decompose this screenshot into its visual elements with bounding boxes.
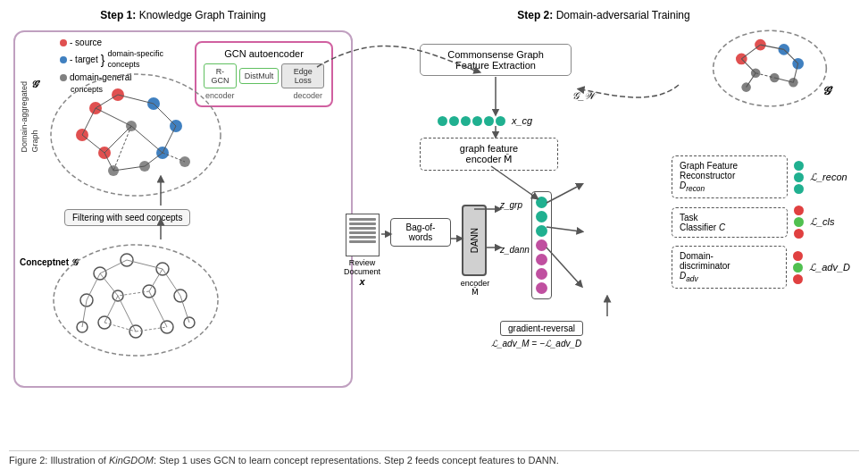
gprime-cloud-svg xyxy=(703,26,837,111)
legend-source-label: - source xyxy=(70,37,102,49)
xcg-dot-3 xyxy=(461,116,471,126)
p2-dot-2 xyxy=(794,217,804,227)
fvec-dot-7 xyxy=(536,282,547,294)
right-panels: Graph FeatureReconstructor Drecon ℒ_reco… xyxy=(672,155,850,289)
doc-label2: Document xyxy=(344,267,380,276)
gfe-box: graph feature encoder M̂ xyxy=(420,138,558,171)
panel1-subtitle: Drecon xyxy=(680,180,780,193)
svg-point-26 xyxy=(54,245,218,356)
panel2-dots xyxy=(794,206,804,239)
legend-target-dot xyxy=(60,56,67,63)
panel3-box: Domain-discriminator Dadv xyxy=(672,246,787,289)
doc-line-6 xyxy=(349,240,376,243)
loss-advd: ℒ_adv_D xyxy=(809,262,850,273)
gcn-decoder-label: decoder xyxy=(293,91,322,100)
top-graph-svg xyxy=(46,68,225,202)
svg-line-21 xyxy=(145,153,163,166)
dann-label: DANN xyxy=(470,228,480,253)
z-grp-label: z_grp xyxy=(500,200,522,210)
panel3-dots xyxy=(793,251,803,284)
svg-line-15 xyxy=(118,95,154,104)
csg-subtitle: Feature Extraction xyxy=(430,60,562,71)
panel3-title: Domain-discriminator xyxy=(680,251,779,271)
xcg-dot-5 xyxy=(484,116,494,126)
svg-point-53 xyxy=(714,30,827,105)
xcg-row: x_cg xyxy=(438,115,532,126)
csg-box: Commonsense Graph Feature Extraction xyxy=(420,44,572,76)
doc-label1: Review xyxy=(344,258,380,267)
loss-adv-m: ℒ_adv_M = −ℒ_adv_D xyxy=(491,339,581,348)
panel2-row: TaskClassifier C ℒ_cls xyxy=(672,206,850,239)
p3-dot-2 xyxy=(793,263,803,273)
svg-line-72 xyxy=(491,166,536,197)
fvec-dot-3 xyxy=(536,225,547,237)
panel1-box: Graph FeatureReconstructor Drecon xyxy=(672,155,788,198)
svg-line-18 xyxy=(131,126,163,153)
svg-line-24 xyxy=(113,126,131,171)
fvec-dot-4 xyxy=(536,239,547,251)
fvec-dot-1 xyxy=(536,197,547,208)
dann-box: DANN xyxy=(462,205,487,276)
step1-header: Step 1: Knowledge Graph Training xyxy=(13,9,353,21)
gcn-title: GCN autoencoder xyxy=(204,48,324,59)
svg-line-13 xyxy=(82,108,96,135)
header-row: Step 1: Knowledge Graph Training Step 2:… xyxy=(13,9,855,21)
legend-source-dot xyxy=(60,39,67,46)
doc-line-5 xyxy=(349,236,376,239)
caption-text: Figure 2: Illustration of KinGDOM: Step … xyxy=(9,455,559,466)
svg-line-12 xyxy=(96,95,118,108)
bow-label: Bag-of-words xyxy=(406,222,436,242)
step2-label: Step 2: Domain-adversarial Training xyxy=(517,9,689,21)
step2-area: 𝒢' Commonsense Graph Feature Extraction … xyxy=(353,26,855,419)
step2-header: Step 2: Domain-adversarial Training xyxy=(353,9,855,21)
svg-line-16 xyxy=(154,104,176,126)
svg-line-64 xyxy=(784,49,798,63)
filter-label: Filtering with seed concepts xyxy=(72,213,182,222)
svg-line-46 xyxy=(118,296,136,332)
xcg-dot-1 xyxy=(438,116,447,126)
p1-dot-1 xyxy=(794,161,804,171)
panel3-row: Domain-discriminator Dadv ℒ_adv_D xyxy=(672,246,850,289)
xcg-dot-2 xyxy=(449,116,459,126)
p3-dot-3 xyxy=(793,274,803,284)
z-dann-label: z_dann xyxy=(500,245,530,255)
csg-title: Commonsense Graph xyxy=(430,49,562,60)
xcg-label: x_cg xyxy=(512,115,532,126)
fvec-dot-2 xyxy=(536,211,547,222)
svg-point-61 xyxy=(741,82,751,92)
gcn-distmult: DistMult xyxy=(239,68,280,84)
loss-recon: ℒ_recon xyxy=(810,172,847,183)
domain-agg-label: Domain-aggregated Graph xyxy=(20,81,40,153)
caption: Figure 2: Illustration of KinGDOM: Step … xyxy=(9,450,859,466)
gcn-edgeloss: Edge Loss xyxy=(281,63,324,88)
xcg-dot-6 xyxy=(496,116,505,126)
gradient-reversal-label: gradient-reversal xyxy=(508,323,575,333)
gw-label: 𝒢_𝒲 xyxy=(572,90,594,102)
svg-line-17 xyxy=(163,126,176,153)
svg-line-40 xyxy=(127,260,163,269)
xcg-dot-4 xyxy=(472,116,482,126)
svg-line-65 xyxy=(741,59,755,73)
gradient-reversal-box: gradient-reversal xyxy=(500,321,583,336)
g-prime-label: 𝒢' xyxy=(30,79,40,90)
doc-line-2 xyxy=(349,222,376,225)
svg-line-23 xyxy=(82,135,104,153)
p2-dot-3 xyxy=(794,229,804,239)
main-container: Step 1: Knowledge Graph Training Step 2:… xyxy=(0,0,868,470)
panel1-row: Graph FeatureReconstructor Drecon ℒ_reco… xyxy=(672,155,850,198)
doc-line-3 xyxy=(349,227,376,230)
svg-line-25 xyxy=(104,126,131,153)
svg-line-45 xyxy=(104,296,118,323)
doc-section: Review Document x xyxy=(344,214,380,287)
panel2-title: TaskClassifier C xyxy=(680,213,780,232)
doc-icon xyxy=(346,214,380,256)
svg-line-14 xyxy=(96,108,131,126)
step1-label: Step 1: Knowledge Graph Training xyxy=(100,9,265,21)
domain-specific-label: domain-specific xyxy=(107,49,163,60)
p3-dot-1 xyxy=(793,251,803,261)
fvec-dot-6 xyxy=(536,268,547,280)
legend-target-label: - target xyxy=(70,54,98,66)
p1-dot-2 xyxy=(794,172,804,182)
svg-line-62 xyxy=(741,45,760,59)
loss-cls: ℒ_cls xyxy=(810,216,835,228)
